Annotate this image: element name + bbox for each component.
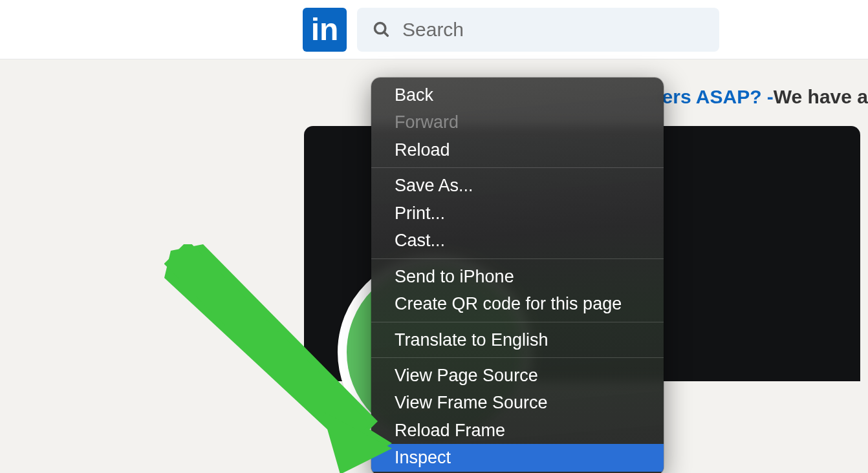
banner-dark-text: We have a (774, 86, 868, 108)
search-input[interactable] (402, 19, 704, 41)
context-menu: BackForwardReloadSave As...Print...Cast.… (371, 78, 664, 473)
context-menu-group: BackForwardReload (371, 78, 664, 167)
context-menu-item-save-as[interactable]: Save As... (371, 172, 664, 199)
search-icon (373, 21, 391, 39)
svg-line-1 (384, 32, 388, 36)
context-menu-item-translate-to-english[interactable]: Translate to English (371, 326, 664, 353)
context-menu-item-print[interactable]: Print... (371, 200, 664, 227)
context-menu-item-forward: Forward (371, 109, 664, 136)
linkedin-logo[interactable]: in (303, 8, 347, 52)
context-menu-group: View Page SourceView Frame SourceReload … (371, 358, 664, 473)
context-menu-group: Save As...Print...Cast... (371, 168, 664, 258)
context-menu-item-view-frame-source[interactable]: View Frame Source (371, 389, 664, 416)
context-menu-item-back[interactable]: Back (371, 81, 664, 109)
context-menu-item-reload[interactable]: Reload (371, 136, 664, 163)
header: in (0, 0, 868, 59)
search-container[interactable] (357, 8, 719, 52)
context-menu-item-view-page-source[interactable]: View Page Source (371, 362, 664, 389)
context-menu-group: Translate to English (371, 322, 664, 357)
context-menu-item-send-to-iphone[interactable]: Send to iPhone (371, 263, 664, 290)
banner-blue-text: ers ASAP? - (662, 86, 774, 108)
context-menu-item-create-qr-code-for-this-page[interactable]: Create QR code for this page (371, 290, 664, 317)
context-menu-item-inspect[interactable]: Inspect (371, 444, 664, 471)
logo-text: in (311, 14, 339, 45)
context-menu-item-reload-frame[interactable]: Reload Frame (371, 417, 664, 444)
context-menu-group: Send to iPhoneCreate QR code for this pa… (371, 259, 664, 322)
context-menu-item-cast[interactable]: Cast... (371, 227, 664, 254)
